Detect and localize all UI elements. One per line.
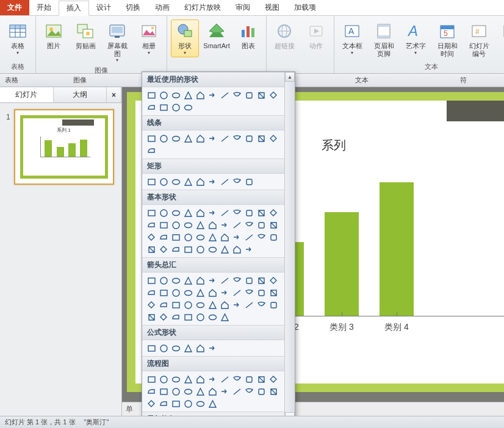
shape-item[interactable] xyxy=(146,145,157,156)
shape-item[interactable] xyxy=(158,207,169,218)
table-button[interactable]: 表格 ▾ xyxy=(4,20,32,57)
shape-item[interactable] xyxy=(170,386,181,397)
object-button[interactable]: 对象 xyxy=(497,20,504,52)
shape-item[interactable] xyxy=(182,90,193,101)
tab-review[interactable]: 审阅 xyxy=(228,0,257,15)
shape-item[interactable] xyxy=(170,244,181,255)
shape-item[interactable] xyxy=(170,275,181,286)
tab-slides[interactable]: 幻灯片 xyxy=(0,87,54,102)
shape-item[interactable] xyxy=(170,133,181,144)
shape-item[interactable] xyxy=(268,219,279,230)
shape-item[interactable] xyxy=(158,287,169,298)
shape-item[interactable] xyxy=(182,299,193,310)
shape-item[interactable] xyxy=(195,343,206,354)
shape-item[interactable] xyxy=(207,176,218,187)
shape-item[interactable] xyxy=(158,219,169,230)
shape-item[interactable] xyxy=(195,386,206,397)
shape-item[interactable] xyxy=(207,299,218,310)
shape-item[interactable] xyxy=(170,176,181,187)
shape-item[interactable] xyxy=(170,374,181,385)
shape-item[interactable] xyxy=(207,343,218,354)
scroll-up-button[interactable]: ▲ xyxy=(285,72,295,82)
tab-animations[interactable]: 动画 xyxy=(148,0,177,15)
shape-item[interactable] xyxy=(243,244,254,255)
shape-item[interactable] xyxy=(195,176,206,187)
tab-outline[interactable]: 大纲 xyxy=(54,87,107,102)
shape-item[interactable] xyxy=(256,374,267,385)
shape-item[interactable] xyxy=(243,287,254,298)
tab-slideshow[interactable]: 幻灯片放映 xyxy=(177,0,228,15)
shape-item[interactable] xyxy=(207,386,218,397)
shapes-scrollbar[interactable]: ▲ ▼ xyxy=(284,72,295,422)
shape-item[interactable] xyxy=(207,207,218,218)
picture-button[interactable]: 图片 xyxy=(40,20,68,52)
shape-item[interactable] xyxy=(195,398,206,409)
shape-item[interactable] xyxy=(146,287,157,298)
shape-item[interactable] xyxy=(219,299,230,310)
shape-item[interactable] xyxy=(207,133,218,144)
shape-item[interactable] xyxy=(219,219,230,230)
shape-item[interactable] xyxy=(182,133,193,144)
tab-view[interactable]: 视图 xyxy=(257,0,287,15)
tab-insert[interactable]: 插入 xyxy=(59,1,89,16)
shape-item[interactable] xyxy=(170,398,181,409)
shape-item[interactable] xyxy=(256,90,267,101)
shape-item[interactable] xyxy=(170,312,181,323)
shape-item[interactable] xyxy=(158,244,169,255)
shape-item[interactable] xyxy=(219,90,230,101)
shape-item[interactable] xyxy=(182,386,193,397)
shape-item[interactable] xyxy=(195,287,206,298)
shape-item[interactable] xyxy=(195,133,206,144)
shape-item[interactable] xyxy=(182,343,193,354)
shape-item[interactable] xyxy=(182,287,193,298)
pane-close-button[interactable]: × xyxy=(107,87,121,102)
shape-item[interactable] xyxy=(231,176,242,187)
shape-item[interactable] xyxy=(158,299,169,310)
shape-item[interactable] xyxy=(195,299,206,310)
shape-item[interactable] xyxy=(207,219,218,230)
shape-item[interactable] xyxy=(146,386,157,397)
shape-item[interactable] xyxy=(182,102,193,113)
shape-item[interactable] xyxy=(219,244,230,255)
shape-item[interactable] xyxy=(207,398,218,409)
shapes-gallery[interactable]: 最近使用的形状线条矩形基本形状箭头总汇公式形状流程图星与旗帜标注 xyxy=(142,72,284,422)
shape-item[interactable] xyxy=(268,232,279,243)
shape-item[interactable] xyxy=(231,386,242,397)
shape-item[interactable] xyxy=(158,312,169,323)
shape-item[interactable] xyxy=(256,232,267,243)
shape-item[interactable] xyxy=(182,374,193,385)
shape-item[interactable] xyxy=(146,176,157,187)
shape-item[interactable] xyxy=(231,244,242,255)
shape-item[interactable] xyxy=(219,176,230,187)
shape-item[interactable] xyxy=(182,219,193,230)
tab-design[interactable]: 设计 xyxy=(89,0,118,15)
slide-thumbnail-1[interactable]: 系列 1 xyxy=(14,109,114,185)
shape-item[interactable] xyxy=(146,102,157,113)
shape-item[interactable] xyxy=(231,133,242,144)
shapes-button[interactable]: 形状 ▾ xyxy=(171,20,199,57)
screenshot-button[interactable]: 屏幕截图 ▾ xyxy=(103,20,131,65)
shape-item[interactable] xyxy=(170,219,181,230)
header-footer-button[interactable]: 页眉和页脚 xyxy=(370,20,398,59)
shape-item[interactable] xyxy=(207,374,218,385)
shape-item[interactable] xyxy=(256,386,267,397)
shape-item[interactable] xyxy=(243,299,254,310)
shape-item[interactable] xyxy=(243,207,254,218)
shape-item[interactable] xyxy=(182,232,193,243)
shape-item[interactable] xyxy=(158,232,169,243)
shape-item[interactable] xyxy=(158,176,169,187)
shape-item[interactable] xyxy=(170,232,181,243)
wordart-button[interactable]: A 艺术字 ▾ xyxy=(401,20,430,57)
textbox-button[interactable]: A 文本框 ▾ xyxy=(338,20,366,57)
shape-item[interactable] xyxy=(219,312,230,323)
shape-item[interactable] xyxy=(207,275,218,286)
shape-item[interactable] xyxy=(231,287,242,298)
shape-item[interactable] xyxy=(219,207,230,218)
shape-item[interactable] xyxy=(256,219,267,230)
shape-item[interactable] xyxy=(146,232,157,243)
shape-item[interactable] xyxy=(182,398,193,409)
shape-item[interactable] xyxy=(219,287,230,298)
shape-item[interactable] xyxy=(231,219,242,230)
shape-item[interactable] xyxy=(170,343,181,354)
shape-item[interactable] xyxy=(195,219,206,230)
